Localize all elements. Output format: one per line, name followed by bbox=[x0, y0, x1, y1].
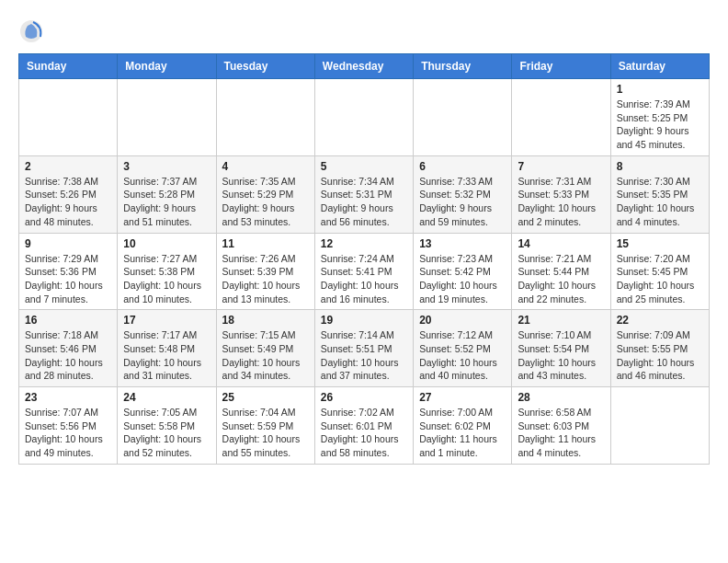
calendar-cell: 9Sunrise: 7:29 AMSunset: 5:36 PMDaylight… bbox=[19, 233, 118, 310]
day-number: 6 bbox=[419, 160, 506, 173]
calendar-cell: 25Sunrise: 7:04 AMSunset: 5:59 PMDayligh… bbox=[216, 387, 314, 465]
day-info: Sunrise: 7:14 AMSunset: 5:51 PMDaylight:… bbox=[321, 328, 407, 383]
day-number: 4 bbox=[222, 160, 309, 173]
calendar-header-wednesday: Wednesday bbox=[314, 54, 413, 79]
calendar-cell: 2Sunrise: 7:38 AMSunset: 5:26 PMDaylight… bbox=[19, 155, 118, 233]
calendar-cell: 16Sunrise: 7:18 AMSunset: 5:46 PMDayligh… bbox=[19, 310, 118, 387]
day-info: Sunrise: 7:18 AMSunset: 5:46 PMDaylight:… bbox=[25, 328, 111, 383]
day-number: 25 bbox=[222, 391, 309, 404]
calendar-cell: 17Sunrise: 7:17 AMSunset: 5:48 PMDayligh… bbox=[118, 310, 216, 387]
day-info: Sunrise: 7:26 AMSunset: 5:39 PMDaylight:… bbox=[222, 252, 309, 306]
day-info: Sunrise: 7:34 AMSunset: 5:31 PMDaylight:… bbox=[321, 175, 407, 229]
day-info: Sunrise: 7:39 AMSunset: 5:25 PMDaylight:… bbox=[617, 98, 703, 152]
calendar-cell: 14Sunrise: 7:21 AMSunset: 5:44 PMDayligh… bbox=[512, 233, 610, 310]
calendar-cell bbox=[314, 79, 413, 156]
calendar-header-monday: Monday bbox=[118, 54, 216, 79]
calendar-cell: 10Sunrise: 7:27 AMSunset: 5:38 PMDayligh… bbox=[118, 233, 216, 310]
day-number: 7 bbox=[518, 160, 604, 173]
day-number: 19 bbox=[321, 314, 407, 327]
page-header bbox=[18, 18, 710, 44]
day-info: Sunrise: 7:33 AMSunset: 5:32 PMDaylight:… bbox=[419, 175, 506, 229]
day-info: Sunrise: 7:35 AMSunset: 5:29 PMDaylight:… bbox=[222, 175, 309, 229]
day-number: 15 bbox=[617, 237, 703, 250]
day-number: 10 bbox=[123, 237, 210, 250]
day-number: 14 bbox=[518, 237, 604, 250]
calendar-week-row: 16Sunrise: 7:18 AMSunset: 5:46 PMDayligh… bbox=[19, 310, 710, 387]
day-info: Sunrise: 7:21 AMSunset: 5:44 PMDaylight:… bbox=[518, 252, 604, 306]
day-number: 12 bbox=[321, 237, 407, 250]
logo bbox=[18, 18, 48, 44]
day-number: 1 bbox=[617, 83, 703, 96]
calendar-cell: 23Sunrise: 7:07 AMSunset: 5:56 PMDayligh… bbox=[19, 387, 118, 465]
calendar-cell: 20Sunrise: 7:12 AMSunset: 5:52 PMDayligh… bbox=[414, 310, 512, 387]
calendar-cell: 7Sunrise: 7:31 AMSunset: 5:33 PMDaylight… bbox=[512, 155, 610, 233]
day-number: 3 bbox=[123, 160, 210, 173]
day-info: Sunrise: 7:02 AMSunset: 6:01 PMDaylight:… bbox=[321, 406, 407, 460]
calendar-cell bbox=[216, 79, 314, 156]
calendar-cell: 13Sunrise: 7:23 AMSunset: 5:42 PMDayligh… bbox=[414, 233, 512, 310]
calendar-header-saturday: Saturday bbox=[610, 54, 709, 79]
day-info: Sunrise: 7:24 AMSunset: 5:41 PMDaylight:… bbox=[321, 252, 407, 306]
day-number: 9 bbox=[25, 237, 111, 250]
day-info: Sunrise: 7:37 AMSunset: 5:28 PMDaylight:… bbox=[123, 175, 210, 229]
day-number: 2 bbox=[25, 160, 111, 173]
day-info: Sunrise: 7:15 AMSunset: 5:49 PMDaylight:… bbox=[222, 328, 309, 383]
day-number: 5 bbox=[321, 160, 407, 173]
calendar-header-friday: Friday bbox=[512, 54, 610, 79]
day-number: 20 bbox=[419, 314, 506, 327]
calendar-cell: 5Sunrise: 7:34 AMSunset: 5:31 PMDaylight… bbox=[314, 155, 413, 233]
day-info: Sunrise: 7:04 AMSunset: 5:59 PMDaylight:… bbox=[222, 406, 309, 460]
calendar-cell: 6Sunrise: 7:33 AMSunset: 5:32 PMDaylight… bbox=[414, 155, 512, 233]
day-info: Sunrise: 7:05 AMSunset: 5:58 PMDaylight:… bbox=[123, 406, 210, 460]
calendar-cell: 19Sunrise: 7:14 AMSunset: 5:51 PMDayligh… bbox=[314, 310, 413, 387]
day-number: 22 bbox=[617, 314, 703, 327]
day-info: Sunrise: 7:38 AMSunset: 5:26 PMDaylight:… bbox=[25, 175, 111, 229]
day-info: Sunrise: 7:07 AMSunset: 5:56 PMDaylight:… bbox=[25, 406, 111, 460]
day-info: Sunrise: 7:27 AMSunset: 5:38 PMDaylight:… bbox=[123, 252, 210, 306]
day-number: 21 bbox=[518, 314, 604, 327]
calendar-cell: 24Sunrise: 7:05 AMSunset: 5:58 PMDayligh… bbox=[118, 387, 216, 465]
calendar-week-row: 9Sunrise: 7:29 AMSunset: 5:36 PMDaylight… bbox=[19, 233, 710, 310]
calendar-cell: 11Sunrise: 7:26 AMSunset: 5:39 PMDayligh… bbox=[216, 233, 314, 310]
day-info: Sunrise: 7:29 AMSunset: 5:36 PMDaylight:… bbox=[25, 252, 111, 306]
calendar-cell bbox=[414, 79, 512, 156]
day-number: 27 bbox=[419, 391, 506, 404]
calendar-week-row: 1Sunrise: 7:39 AMSunset: 5:25 PMDaylight… bbox=[19, 79, 710, 156]
calendar-cell: 21Sunrise: 7:10 AMSunset: 5:54 PMDayligh… bbox=[512, 310, 610, 387]
calendar-cell: 4Sunrise: 7:35 AMSunset: 5:29 PMDaylight… bbox=[216, 155, 314, 233]
calendar-cell: 26Sunrise: 7:02 AMSunset: 6:01 PMDayligh… bbox=[314, 387, 413, 465]
calendar-cell bbox=[19, 79, 118, 156]
calendar-cell bbox=[118, 79, 216, 156]
calendar-cell: 3Sunrise: 7:37 AMSunset: 5:28 PMDaylight… bbox=[118, 155, 216, 233]
day-info: Sunrise: 7:12 AMSunset: 5:52 PMDaylight:… bbox=[419, 328, 506, 383]
day-number: 28 bbox=[518, 391, 604, 404]
calendar-header-sunday: Sunday bbox=[19, 54, 118, 79]
day-number: 17 bbox=[123, 314, 210, 327]
day-info: Sunrise: 7:30 AMSunset: 5:35 PMDaylight:… bbox=[617, 175, 703, 229]
day-info: Sunrise: 7:23 AMSunset: 5:42 PMDaylight:… bbox=[419, 252, 506, 306]
calendar-cell: 27Sunrise: 7:00 AMSunset: 6:02 PMDayligh… bbox=[414, 387, 512, 465]
calendar-table: SundayMondayTuesdayWednesdayThursdayFrid… bbox=[18, 53, 710, 465]
calendar-cell: 22Sunrise: 7:09 AMSunset: 5:55 PMDayligh… bbox=[610, 310, 709, 387]
day-info: Sunrise: 7:20 AMSunset: 5:45 PMDaylight:… bbox=[617, 252, 703, 306]
calendar-header-thursday: Thursday bbox=[414, 54, 512, 79]
day-number: 24 bbox=[123, 391, 210, 404]
calendar-cell: 8Sunrise: 7:30 AMSunset: 5:35 PMDaylight… bbox=[610, 155, 709, 233]
day-info: Sunrise: 7:09 AMSunset: 5:55 PMDaylight:… bbox=[617, 328, 703, 383]
day-info: Sunrise: 7:00 AMSunset: 6:02 PMDaylight:… bbox=[419, 406, 506, 460]
calendar-cell: 1Sunrise: 7:39 AMSunset: 5:25 PMDaylight… bbox=[610, 79, 709, 156]
calendar-cell: 12Sunrise: 7:24 AMSunset: 5:41 PMDayligh… bbox=[314, 233, 413, 310]
day-number: 18 bbox=[222, 314, 309, 327]
calendar-header-row: SundayMondayTuesdayWednesdayThursdayFrid… bbox=[19, 54, 710, 79]
calendar-cell: 28Sunrise: 6:58 AMSunset: 6:03 PMDayligh… bbox=[512, 387, 610, 465]
day-info: Sunrise: 6:58 AMSunset: 6:03 PMDaylight:… bbox=[518, 406, 604, 460]
day-info: Sunrise: 7:31 AMSunset: 5:33 PMDaylight:… bbox=[518, 175, 604, 229]
calendar-week-row: 2Sunrise: 7:38 AMSunset: 5:26 PMDaylight… bbox=[19, 155, 710, 233]
calendar-header-tuesday: Tuesday bbox=[216, 54, 314, 79]
logo-icon bbox=[18, 18, 44, 44]
day-number: 16 bbox=[25, 314, 111, 327]
day-number: 26 bbox=[321, 391, 407, 404]
day-number: 11 bbox=[222, 237, 309, 250]
day-info: Sunrise: 7:17 AMSunset: 5:48 PMDaylight:… bbox=[123, 328, 210, 383]
calendar-cell: 18Sunrise: 7:15 AMSunset: 5:49 PMDayligh… bbox=[216, 310, 314, 387]
